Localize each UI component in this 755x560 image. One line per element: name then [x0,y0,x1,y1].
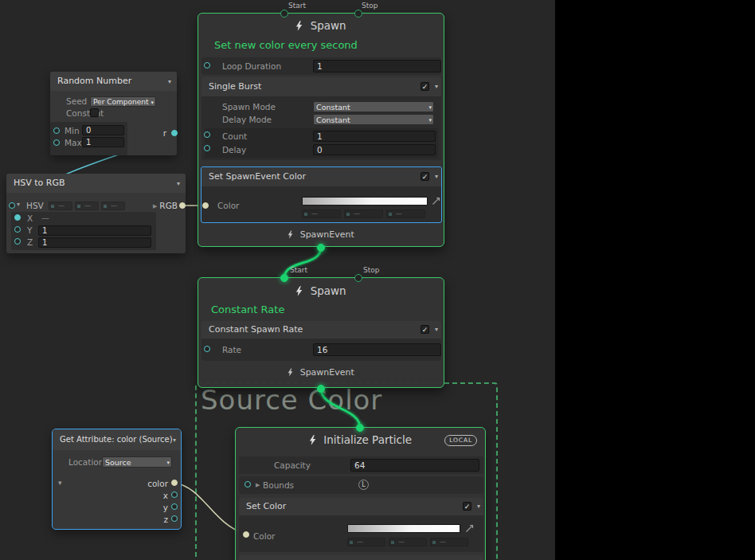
block-enabled-checkbox[interactable]: ✓ [421,325,429,334]
block-single-burst[interactable]: Single Burst ✓ ▾ Spawn Mode Constant ▾ D… [201,77,441,160]
port-spawn2-spawnevent-output[interactable] [317,385,325,393]
dropdown-arrow-icon: ▾ [166,458,170,468]
block-chevron-icon[interactable]: ▾ [435,173,438,180]
port-initialize-event-input[interactable] [356,424,364,432]
dash: — [354,210,360,217]
port-getattribute-y-output[interactable] [171,503,178,510]
hsv-y-mini-field[interactable]: — [75,202,99,210]
port-random-r-output[interactable] [171,130,178,136]
collapse-chevron-icon[interactable]: ▾ [168,78,171,85]
node-random-number[interactable]: Random Number ▾ Seed Per Component ▾ Con… [50,72,177,155]
gradient-field[interactable] [302,197,428,206]
port-bounds-input[interactable] [244,481,251,488]
color-z-mini-field[interactable]: — [386,210,425,218]
spawn-mode-dropdown[interactable]: Constant ▾ [313,101,434,112]
port-getattribute-x-output[interactable] [171,491,178,498]
port-hsv-y-input[interactable] [14,226,21,233]
color-z-mini-field[interactable]: — [430,538,468,546]
y-field[interactable]: 1 [38,225,151,236]
port-delay-input[interactable] [204,145,210,151]
count-label: Count [222,130,247,143]
block-enabled-checkbox[interactable]: ✓ [421,82,429,91]
gradient-expand-icon[interactable] [432,197,440,206]
sticky-note-text[interactable]: Set new color every second [214,39,358,51]
block-enabled-checkbox[interactable]: ✓ [463,502,471,511]
rate-field[interactable]: 16 [313,343,441,356]
block-enabled-checkbox[interactable]: ✓ [421,172,429,181]
collapse-chevron-icon[interactable]: ▾ [177,180,180,187]
location-dropdown[interactable]: Source ▾ [102,456,172,468]
port-getattribute-z-output[interactable] [171,515,178,522]
rate-label: Rate [222,342,241,358]
delay-mode-dropdown[interactable]: Constant ▾ [313,114,434,125]
capacity-field[interactable]: 64 [350,459,479,472]
port-getattribute-color-output[interactable] [171,480,178,486]
node-header[interactable]: HSV to RGB ▾ [6,174,186,193]
port-rate-input[interactable] [204,346,210,352]
bounds-gizmo-button[interactable]: L [358,480,369,490]
node-hsv-to-rgb[interactable]: HSV to RGB ▾ ▾ HSV — — — ▶RGB X — Y 1 Z … [6,174,186,253]
block-constant-spawn-rate[interactable]: Constant Spawn Rate ✓ ▾ Rate 16 [201,321,441,361]
loop-duration-field[interactable]: 1 [313,60,441,72]
block-set-color[interactable]: Set Color ✓ ▾ Color — — — [239,498,483,552]
block-set-spawnevent-color[interactable]: Set SpawnEvent Color ✓ ▾ Color — — — [201,166,442,223]
node-initialize-particle[interactable]: Initialize Particle LOCAL Capacity 64 ▶ … [235,427,486,560]
port-hsv-z-input[interactable] [14,238,21,245]
port-spawnevent-color-input[interactable] [202,202,209,209]
capacity-row[interactable]: Capacity 64 [239,456,483,474]
gradient-field[interactable] [347,524,460,533]
port-min-input[interactable] [53,127,60,134]
block-chevron-icon[interactable]: ▾ [435,326,438,333]
color-x-mini-field[interactable]: — [347,538,385,546]
delay-mode-label: Delay Mode [222,114,272,125]
min-field[interactable]: 0 [82,125,124,135]
delay-field[interactable]: 0 [313,144,436,155]
port-hsv-x-input[interactable] [14,214,21,221]
z-field[interactable]: 1 [38,237,151,248]
color-y-mini-field[interactable]: — [389,538,427,546]
count-field[interactable]: 1 [313,131,436,142]
context-title: Spawn [198,284,444,297]
port-loop-duration-input[interactable] [204,62,210,69]
port-rgb-output[interactable] [179,202,186,209]
next-block-partial[interactable] [239,555,483,560]
port-spawn1-spawnevent-output[interactable] [317,244,325,252]
node-header[interactable]: Random Number ▾ [50,72,177,91]
local-space-badge[interactable]: LOCAL [444,435,477,446]
rgb-output-text: RGB [159,201,178,210]
max-field[interactable]: 1 [82,137,124,147]
location-label: Location [68,456,104,468]
block-chevron-icon[interactable]: ▾ [477,503,480,510]
block-header[interactable]: Set SpawnEvent Color ✓ ▾ [201,167,441,186]
constant-checkbox[interactable] [90,108,99,117]
gradient-expand-icon[interactable] [465,524,474,533]
foldout-triangle-icon[interactable]: ▾ [17,201,20,208]
node-get-attribute-color[interactable]: Get Attribute: color (Source) ▾ Location… [52,429,182,530]
seed-dropdown[interactable]: Per Component ▾ [90,96,156,107]
node-spawn-1[interactable]: Spawn Set new color every second Loop Du… [198,13,444,247]
port-spawn2-start-input[interactable] [280,274,288,282]
bounds-row[interactable]: ▶ Bounds L [239,476,483,494]
color-y-mini-field[interactable]: — [344,210,383,218]
collapse-chevron-icon[interactable]: ▾ [173,437,176,444]
port-hsv-input[interactable] [9,202,15,209]
port-spawn1-start-input[interactable] [280,10,288,18]
color-x-mini-field[interactable]: — [302,210,341,218]
block-header[interactable]: Constant Spawn Rate ✓ ▾ [201,321,441,339]
block-header[interactable]: Set Color ✓ ▾ [239,498,483,515]
hsv-z-mini-field[interactable]: — [101,202,125,210]
port-spawn1-stop-input[interactable] [354,10,362,18]
hsv-x-mini-field[interactable]: — [49,202,72,210]
group-title[interactable]: Source Color [201,384,382,416]
port-max-input[interactable] [53,139,60,146]
node-header[interactable]: Get Attribute: color (Source) ▾ [53,429,181,450]
port-count-input[interactable] [204,131,210,138]
block-header[interactable]: Single Burst ✓ ▾ [201,77,441,96]
sticky-note-text[interactable]: Constant Rate [211,303,284,315]
node-spawn-2[interactable]: Spawn Constant Rate Constant Spawn Rate … [198,277,444,388]
port-spawn2-stop-input[interactable] [354,274,362,282]
loop-duration-row[interactable]: Loop Duration 1 [201,57,441,75]
port-initialize-color-input[interactable] [243,531,249,538]
foldout-triangle-icon[interactable]: ▾ [58,479,62,487]
block-chevron-icon[interactable]: ▾ [435,83,438,90]
